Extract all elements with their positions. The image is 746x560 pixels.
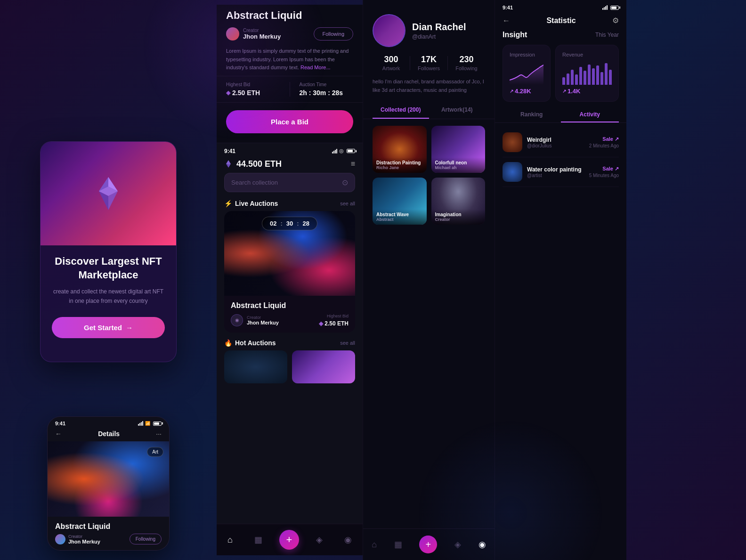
revenue-trend-icon: ↗ — [562, 89, 566, 94]
place-bid-button[interactable]: Place a Bid — [226, 110, 353, 133]
auction-time: Auction Time 2h : 30m : 28s — [300, 82, 354, 97]
read-more-link[interactable]: Read More... — [300, 65, 331, 70]
pnav-chart[interactable]: ▦ — [394, 539, 402, 550]
revenue-bar — [562, 77, 565, 85]
nav-user[interactable]: ◉ — [340, 535, 357, 545]
stats-battery-icon — [610, 6, 619, 10]
revenue-value: ↗ 1.4K — [562, 88, 612, 95]
nav-add-button[interactable]: + — [279, 530, 299, 550]
hot-auctions-see-all[interactable]: see all — [340, 340, 355, 346]
chart-icon: ▦ — [254, 535, 262, 545]
eth-icon-bid: ◈ — [226, 89, 230, 96]
pnav-bag[interactable]: ◈ — [454, 539, 461, 550]
auction-info: Abstract Liquid ◉ Creator Jhon Merkuy Hi… — [224, 296, 355, 333]
settings-icon[interactable]: ⚙ — [612, 16, 619, 25]
revenue-bar — [605, 63, 608, 85]
search-placeholder: Search collection — [231, 179, 338, 186]
details-mobile-card: 9:41 📶 ← Details ··· Art Abstract Liquid — [47, 416, 170, 551]
profile-stats: 300 Artwork 17K Followers 230 Following — [373, 55, 485, 71]
impression-label: Impression — [510, 52, 543, 57]
nft-creator-avatar — [226, 27, 239, 41]
live-auction-card[interactable]: 02 : 30 : 28 Abstract Liquid ◉ Creator J… — [224, 211, 355, 333]
nft-creator-label: Creator — [243, 28, 281, 33]
insight-row: Insight This Year — [495, 31, 626, 45]
nft-creator-name: Jhon Merkuy — [243, 33, 281, 40]
nav-bag[interactable]: ◈ — [311, 535, 327, 545]
nft-thumb-colorful[interactable]: Colorfull neon Michael ah — [431, 126, 486, 173]
nft-detail-card: Abstract Liquid Creator Jhon Merkuy Foll… — [217, 5, 363, 143]
more-button[interactable]: ··· — [156, 430, 162, 438]
pnav-add-button[interactable]: + — [419, 536, 437, 553]
landing-card: Discover Largest NFT Marketplace create … — [40, 141, 177, 362]
following-button-small[interactable]: Following — [130, 534, 162, 544]
nft-thumb-wave[interactable]: Abstract Wave Abstract — [373, 178, 427, 225]
artwork-label: Artwork — [373, 65, 410, 71]
revenue-bar — [575, 74, 578, 85]
live-auctions-title: ⚡ Live Auctions — [224, 200, 278, 207]
revenue-bar — [571, 70, 574, 85]
auction-creator-row: ◉ Creator Jhon Merkuy Highest Bid ◈ 2.50… — [231, 314, 349, 327]
revenue-bar — [592, 68, 595, 85]
tab-artwork[interactable]: Artwork(14) — [429, 102, 486, 119]
details-status-icons: 📶 — [138, 421, 162, 426]
profile-user-row: Dian Rachel @dianArt — [373, 14, 485, 47]
tab-activity[interactable]: Activity — [561, 107, 619, 122]
app-status-icons: ◎ — [332, 148, 355, 154]
activity-type-1: Sale ↗ — [589, 136, 619, 142]
highest-bid: Highest Bid ◈ 2.50 ETH — [226, 82, 280, 97]
followers-label: Followers — [410, 65, 447, 71]
stat-followers: 17K Followers — [410, 55, 447, 71]
activity-time-2: 5 Minutes Ago — [589, 173, 619, 178]
stats-back-button[interactable]: ← — [503, 16, 510, 25]
hot-item-1[interactable] — [224, 350, 287, 383]
highest-bid-value: ◈ 2.50 ETH — [226, 89, 280, 97]
mobile-app-screen: 9:41 ◎ 44.500 ETH ≡ Search collecti — [217, 143, 363, 555]
pnav-user[interactable]: ◉ — [478, 539, 486, 550]
activity-name-2: Water color painting — [527, 166, 584, 173]
svg-marker-6 — [226, 160, 231, 165]
panel-landing: Discover Largest NFT Marketplace create … — [0, 0, 217, 560]
search-bar[interactable]: Search collection ⊙ — [224, 173, 355, 192]
creator-avatar — [55, 534, 65, 544]
activity-item-1[interactable]: Weirdgirl @diorJulius Sale ↗ 2 Minutes A… — [503, 128, 619, 157]
tab-ranking[interactable]: Ranking — [503, 107, 561, 122]
hot-item-2[interactable] — [292, 350, 355, 383]
stats-time: 9:41 — [503, 5, 513, 10]
following-button[interactable]: Following — [314, 27, 353, 41]
activity-list: Weirdgirl @diorJulius Sale ↗ 2 Minutes A… — [495, 128, 626, 560]
nav-home[interactable]: ⌂ — [223, 535, 237, 545]
creator-info: Creator Jhon Merkuy — [55, 534, 100, 544]
stats-header: ← Statistic ⚙ — [495, 12, 626, 31]
auction-bid-value: ◈ 2.50 ETH — [319, 320, 349, 327]
profile-header: Dian Rachel @dianArt 300 Artwork 17K Fol… — [363, 0, 495, 102]
fire-icon: 🔥 — [224, 339, 232, 347]
panel-profile: Dian Rachel @dianArt 300 Artwork 17K Fol… — [363, 0, 495, 560]
impression-chart — [510, 61, 543, 85]
activity-item-2[interactable]: Water color painting @artist Sale ↗ 5 Mi… — [503, 157, 619, 187]
nft-thumb-imagination[interactable]: Imagination Creator — [431, 178, 486, 225]
user-icon: ◉ — [344, 535, 352, 545]
nav-chart[interactable]: ▦ — [250, 535, 267, 545]
auction-bid: Highest Bid ◈ 2.50 ETH — [319, 314, 349, 327]
stats-tabs: Ranking Activity — [495, 107, 626, 123]
menu-icon[interactable]: ≡ — [351, 160, 355, 168]
live-auctions-see-all[interactable]: see all — [340, 201, 355, 206]
tab-collected[interactable]: Collected (200) — [373, 102, 429, 119]
pnav-home[interactable]: ⌂ — [372, 540, 377, 550]
details-bottom: Abstract Liquid Creator Jhon Merkuy Foll… — [48, 517, 169, 550]
sale-arrow-icon-2: ↗ — [615, 166, 619, 171]
activity-image-2 — [503, 162, 522, 182]
nft-thumb-label-1: Distraction Painting Richo Jane — [373, 157, 427, 173]
get-started-button[interactable]: Get Started → — [52, 317, 165, 338]
activity-image-1 — [503, 132, 522, 152]
following-label: Following — [448, 65, 485, 71]
auction-creator-name: Jhon Merkuy — [247, 320, 279, 325]
nft-thumb-distraction[interactable]: Distraction Painting Richo Jane — [373, 126, 427, 173]
back-button[interactable]: ← — [55, 430, 62, 438]
insight-label: Insight — [503, 31, 527, 39]
auction-time-value: 2h : 30m : 28s — [300, 89, 354, 97]
add-icon: + — [286, 534, 292, 546]
nft-bid-row: Highest Bid ◈ 2.50 ETH Auction Time 2h :… — [217, 76, 363, 103]
details-artwork-image: Art — [48, 441, 169, 517]
impression-card: Impression ↗ 4.28K — [503, 45, 551, 102]
